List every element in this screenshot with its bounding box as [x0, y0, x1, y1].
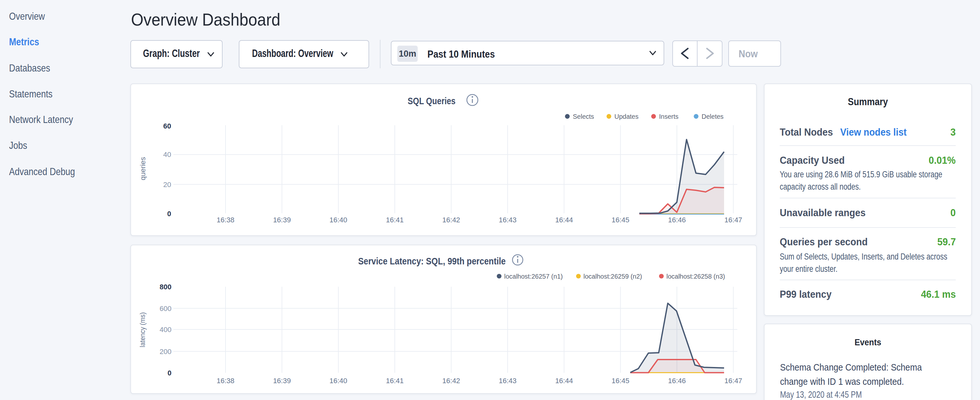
svg-text:40: 40: [163, 150, 171, 159]
svg-text:16:40: 16:40: [329, 216, 347, 224]
svg-text:16:45: 16:45: [611, 216, 629, 224]
svg-text:16:38: 16:38: [217, 377, 235, 385]
svg-text:latency (ms): latency (ms): [138, 312, 146, 347]
svg-text:16:41: 16:41: [386, 377, 404, 385]
svg-text:200: 200: [159, 347, 172, 356]
svg-text:Service Latency: SQL, 99th per: Service Latency: SQL, 99th percentile: [358, 256, 506, 266]
svg-text:16:45: 16:45: [611, 377, 629, 385]
svg-text:16:46: 16:46: [668, 377, 686, 385]
svg-text:16:39: 16:39: [273, 216, 291, 224]
svg-text:16:47: 16:47: [724, 377, 742, 385]
svg-text:16:38: 16:38: [217, 216, 235, 224]
svg-text:20: 20: [163, 180, 171, 189]
svg-text:400: 400: [159, 325, 172, 334]
svg-text:localhost:26259 (n2): localhost:26259 (n2): [583, 273, 642, 280]
svg-text:16:42: 16:42: [442, 377, 460, 385]
svg-text:SQL Queries: SQL Queries: [408, 96, 455, 106]
svg-text:800: 800: [159, 283, 172, 291]
svg-text:16:39: 16:39: [273, 377, 291, 385]
svg-text:localhost:26257 (n1): localhost:26257 (n1): [504, 273, 563, 280]
svg-text:0: 0: [168, 369, 172, 377]
svg-text:16:42: 16:42: [442, 216, 460, 224]
svg-text:16:46: 16:46: [668, 216, 686, 224]
svg-text:16:41: 16:41: [386, 216, 404, 224]
svg-text:16:44: 16:44: [555, 216, 573, 224]
svg-text:16:44: 16:44: [555, 377, 573, 385]
svg-text:Selects: Selects: [573, 113, 594, 120]
svg-text:60: 60: [163, 122, 171, 130]
svg-text:16:47: 16:47: [724, 216, 742, 224]
svg-text:600: 600: [159, 304, 172, 312]
svg-text:0: 0: [167, 210, 171, 218]
svg-text:queries: queries: [139, 157, 147, 180]
svg-text:localhost:26258 (n3): localhost:26258 (n3): [667, 273, 725, 280]
svg-text:Deletes: Deletes: [702, 113, 724, 120]
svg-text:Inserts: Inserts: [659, 113, 678, 120]
svg-text:16:43: 16:43: [499, 377, 517, 385]
svg-text:Updates: Updates: [614, 113, 639, 120]
svg-text:16:40: 16:40: [329, 377, 347, 385]
svg-text:16:43: 16:43: [499, 216, 517, 224]
